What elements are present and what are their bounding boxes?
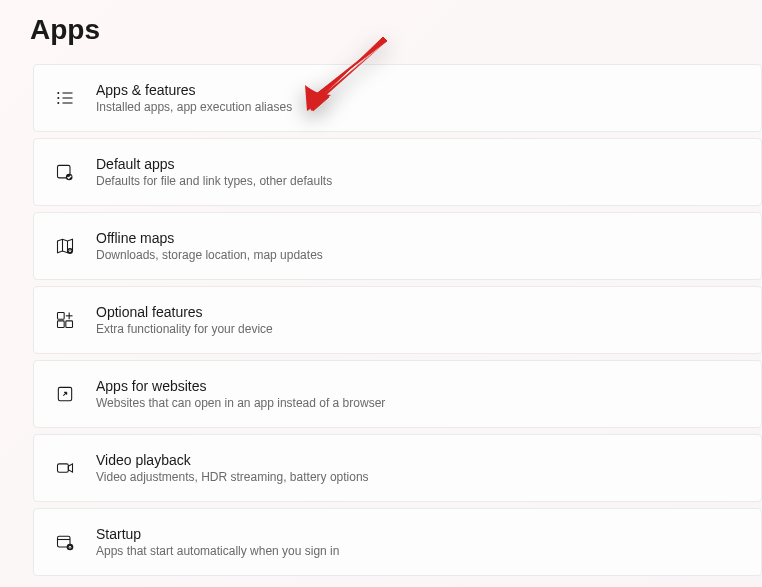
item-title: Video playback	[96, 452, 369, 468]
item-title: Startup	[96, 526, 339, 542]
svg-rect-13	[58, 321, 65, 328]
settings-item-video-playback[interactable]: Video playback Video adjustments, HDR st…	[33, 434, 762, 502]
item-subtitle: Installed apps, app execution aliases	[96, 100, 292, 114]
item-subtitle: Video adjustments, HDR streaming, batter…	[96, 470, 369, 484]
item-subtitle: Websites that can open in an app instead…	[96, 396, 385, 410]
startup-icon	[54, 531, 76, 553]
svg-point-2	[57, 102, 59, 104]
item-subtitle: Apps that start automatically when you s…	[96, 544, 339, 558]
item-title: Apps for websites	[96, 378, 385, 394]
settings-list: Apps & features Installed apps, app exec…	[0, 54, 762, 578]
svg-point-0	[57, 92, 59, 94]
video-playback-icon	[54, 457, 76, 479]
svg-point-1	[57, 97, 59, 99]
svg-rect-17	[58, 464, 69, 472]
apps-websites-icon	[54, 383, 76, 405]
settings-item-startup[interactable]: Startup Apps that start automatically wh…	[33, 508, 762, 576]
settings-item-default-apps[interactable]: Default apps Defaults for file and link …	[33, 138, 762, 206]
item-subtitle: Extra functionality for your device	[96, 322, 273, 336]
item-title: Offline maps	[96, 230, 323, 246]
offline-maps-icon	[54, 235, 76, 257]
item-title: Optional features	[96, 304, 273, 320]
item-title: Default apps	[96, 156, 332, 172]
settings-item-apps-websites[interactable]: Apps for websites Websites that can open…	[33, 360, 762, 428]
svg-rect-12	[66, 321, 73, 328]
item-subtitle: Downloads, storage location, map updates	[96, 248, 323, 262]
settings-item-optional-features[interactable]: Optional features Extra functionality fo…	[33, 286, 762, 354]
settings-item-apps-features[interactable]: Apps & features Installed apps, app exec…	[33, 64, 762, 132]
settings-item-offline-maps[interactable]: Offline maps Downloads, storage location…	[33, 212, 762, 280]
svg-rect-11	[58, 313, 65, 320]
item-title: Apps & features	[96, 82, 292, 98]
apps-features-icon	[54, 87, 76, 109]
default-apps-icon	[54, 161, 76, 183]
item-subtitle: Defaults for file and link types, other …	[96, 174, 332, 188]
optional-features-icon	[54, 309, 76, 331]
page-title: Apps	[0, 0, 762, 54]
